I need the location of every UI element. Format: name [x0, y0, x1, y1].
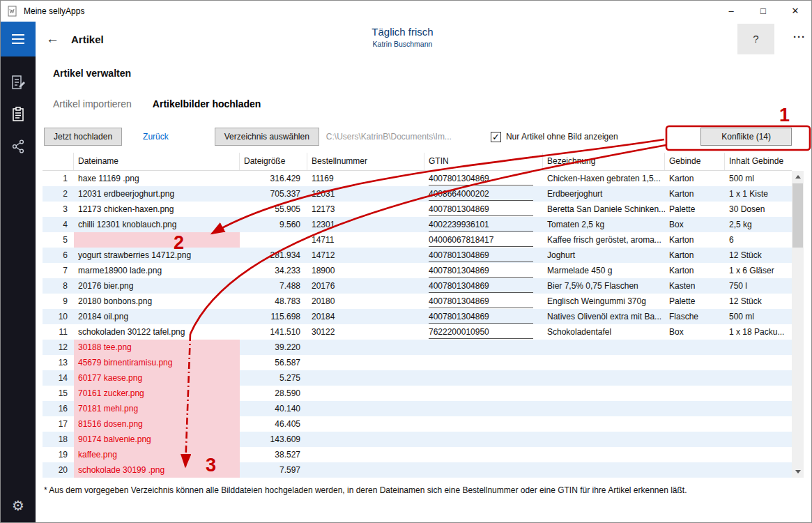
column-header-index: [43, 153, 74, 170]
menu-icon[interactable]: [1, 22, 36, 56]
close-icon[interactable]: ✕: [779, 1, 811, 22]
cell-bezeichnung: [543, 462, 665, 478]
table-row[interactable]: 6 yogurt strawberries 14712.png 281.934 …: [43, 248, 792, 263]
cell-gebinde: [665, 432, 725, 447]
filter-checkbox-wrap[interactable]: ✓ Nur Artikel ohne Bild anzeigen: [491, 132, 618, 142]
account-info: Täglich frisch Katrin Buschmann: [36, 26, 769, 48]
cell-gtin: [424, 462, 543, 478]
cell-gtin: 04006067818417: [424, 232, 543, 248]
back-link[interactable]: Zurück: [143, 132, 169, 142]
cell-inhalt-gebinde: 6: [725, 232, 792, 248]
cell-gebinde: [665, 355, 725, 370]
row-number: 11: [43, 324, 74, 340]
row-number: 9: [43, 294, 74, 309]
cell-inhalt-gebinde: [725, 447, 792, 462]
cell-bestellnummer: 30122: [307, 324, 424, 340]
row-number: 6: [43, 248, 74, 263]
cell-bestellnummer: 12031: [307, 186, 424, 202]
cell-dateigroesse: 115.698: [240, 309, 307, 324]
table-header-row: Dateiname Dateigröße Bestellnummer GTIN …: [43, 153, 792, 171]
upload-button[interactable]: Jetzt hochladen: [44, 128, 122, 146]
table-row[interactable]: 17 81516 dosen.png 46.405: [43, 416, 792, 432]
cell-inhalt-gebinde: 30 Dosen: [725, 202, 792, 217]
cell-dateigroesse: 316.429: [240, 171, 307, 186]
row-number: 7: [43, 263, 74, 278]
cell-dateigroesse: 9.560: [240, 217, 307, 232]
cell-dateigroesse: 5.275: [240, 370, 307, 386]
directory-path: C:\Users\KatrinB\Documents\Im...: [326, 132, 452, 142]
column-header-dateigroesse[interactable]: Dateigröße: [240, 153, 307, 170]
row-number: 3: [43, 202, 74, 217]
table-row[interactable]: 18 90174 balvenie.png 143.609: [43, 432, 792, 447]
table-row[interactable]: 5 14711 04006067818417 Kaffee frisch ger…: [43, 232, 792, 248]
table-row[interactable]: 12 30188 tee.png 39.220: [43, 340, 792, 355]
cell-inhalt-gebinde: 1 x 18 Packu...: [725, 324, 792, 340]
cell-bestellnummer: 14711: [307, 232, 424, 248]
conflicts-button[interactable]: Konflikte (14): [700, 128, 792, 146]
cell-bezeichnung: Beretta San Daniele Schinken...: [543, 202, 665, 217]
cell-gebinde: Box: [665, 324, 725, 340]
cell-dateigroesse: [240, 232, 307, 248]
table-row[interactable]: 7 marme18900 lade.png 34.233 18900 40078…: [43, 263, 792, 278]
account-user: Katrin Buschmann: [36, 40, 769, 48]
cell-gtin: 4002239936101: [424, 217, 543, 232]
clipboard-icon[interactable]: [9, 105, 27, 123]
cell-dateiname: 90174 balvenie.png: [74, 432, 240, 447]
table-row[interactable]: 16 70181 mehl.png 40.140: [43, 401, 792, 416]
table-row[interactable]: 15 70161 zucker.png 28.590: [43, 386, 792, 401]
cell-inhalt-gebinde: [725, 401, 792, 416]
tab-artikelbilder-hochladen[interactable]: Artikelbilder hochladen: [153, 98, 261, 109]
scrollbar-thumb[interactable]: [792, 183, 803, 248]
cell-dateiname: 60177 kaese.png: [74, 370, 240, 386]
more-icon[interactable]: ···: [793, 31, 806, 43]
table-row[interactable]: 2 12031 erdbeerjoghurt.png 705.337 12031…: [43, 186, 792, 202]
table-row[interactable]: 3 12173 chicken-haxen.png 55.905 12173 4…: [43, 202, 792, 217]
table-row[interactable]: 11 schokoladen 30122 tafel.png 141.510 3…: [43, 324, 792, 340]
cell-bezeichnung: [543, 386, 665, 401]
cell-dateiname: 12173 chicken-haxen.png: [74, 202, 240, 217]
column-header-bestellnummer[interactable]: Bestellnummer: [307, 153, 424, 170]
cell-bestellnummer: [307, 401, 424, 416]
column-header-inhalt-gebinde[interactable]: Inhalt Gebinde: [725, 153, 792, 170]
cell-dateigroesse: 38.527: [240, 447, 307, 462]
tab-artikel-importieren[interactable]: Artikel importieren: [53, 98, 132, 109]
table-row[interactable]: 14 60177 kaese.png 5.275: [43, 370, 792, 386]
minimize-icon[interactable]: –: [715, 1, 747, 22]
column-header-gebinde[interactable]: Gebinde: [665, 153, 725, 170]
cell-bezeichnung: Joghurt: [543, 248, 665, 263]
column-header-gtin[interactable]: GTIN: [424, 153, 543, 170]
cell-dateigroesse: 39.220: [240, 340, 307, 355]
vertical-scrollbar[interactable]: [792, 171, 804, 478]
table-row[interactable]: 19 kaffee.png 38.527: [43, 447, 792, 462]
table-row[interactable]: 8 20176 bier.png 7.488 20176 40078013048…: [43, 278, 792, 294]
tab-bar: Artikel importieren Artikelbilder hochla…: [53, 98, 811, 109]
table-row[interactable]: 4 chilli 12301 knoblauch.png 9.560 12301…: [43, 217, 792, 232]
help-icon[interactable]: ?: [737, 24, 774, 54]
scroll-down-icon[interactable]: [792, 466, 804, 478]
table-row[interactable]: 20 schokolade 30199 .png 7.597: [43, 462, 792, 478]
cell-gebinde: [665, 370, 725, 386]
scroll-up-icon[interactable]: [792, 171, 804, 183]
cell-inhalt-gebinde: 500 ml: [725, 171, 792, 186]
table-row[interactable]: 13 45679 birnentiramisu.png 56.587: [43, 355, 792, 370]
cell-gtin: [424, 447, 543, 462]
maximize-icon[interactable]: □: [747, 1, 779, 22]
cell-gtin: [424, 416, 543, 432]
table-row[interactable]: 10 20184 oil.png 115.698 20184 400780130…: [43, 309, 792, 324]
form-icon[interactable]: [9, 73, 27, 91]
choose-directory-button[interactable]: Verzeichnis auswählen: [215, 128, 319, 146]
column-header-dateiname[interactable]: Dateiname: [74, 153, 240, 170]
settings-icon[interactable]: ⚙: [12, 499, 24, 513]
cell-gtin: 4007801304869: [424, 263, 543, 278]
cell-bezeichnung: Schokoladentafel: [543, 324, 665, 340]
cell-gebinde: Box: [665, 217, 725, 232]
table-row[interactable]: 1 haxe 11169 .png 316.429 11169 40078013…: [43, 171, 792, 186]
share-icon[interactable]: [9, 137, 27, 156]
column-header-bezeichnung[interactable]: Bezeichnung: [543, 153, 665, 170]
table-row[interactable]: 9 20180 bonbons.png 48.783 20180 4007801…: [43, 294, 792, 309]
cell-inhalt-gebinde: [725, 432, 792, 447]
cell-inhalt-gebinde: 1 x 1 Kiste: [725, 186, 792, 202]
cell-gtin: 4007801304869: [424, 248, 543, 263]
cell-bezeichnung: Tomaten 2,5 kg: [543, 217, 665, 232]
checkbox-mark[interactable]: ✓: [491, 132, 501, 142]
